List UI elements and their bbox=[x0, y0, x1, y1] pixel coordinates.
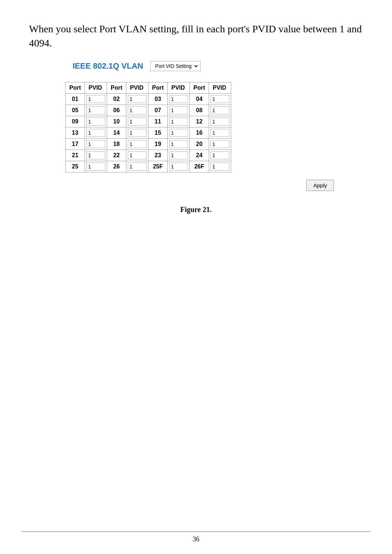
pvid-cell[interactable] bbox=[209, 139, 231, 150]
pvid-input[interactable] bbox=[128, 163, 147, 171]
pvid-input[interactable] bbox=[169, 151, 188, 159]
pvid-cell[interactable] bbox=[209, 94, 231, 105]
pvid-cell[interactable] bbox=[126, 150, 148, 161]
port-label: 24 bbox=[190, 150, 209, 161]
pvid-cell[interactable] bbox=[85, 139, 107, 150]
port-label: 06 bbox=[107, 105, 126, 116]
page-number: 36 bbox=[193, 535, 199, 543]
pvid-input[interactable] bbox=[169, 118, 188, 126]
pvid-cell[interactable] bbox=[85, 161, 107, 172]
pvid-input[interactable] bbox=[169, 129, 188, 137]
pvid-cell[interactable] bbox=[126, 116, 148, 127]
pvid-input[interactable] bbox=[86, 95, 105, 103]
pvid-cell[interactable] bbox=[85, 127, 107, 139]
pvid-cell[interactable] bbox=[126, 127, 148, 139]
port-label: 20 bbox=[190, 139, 209, 150]
port-label: 25 bbox=[66, 161, 85, 172]
table-row: 01020304 bbox=[66, 94, 231, 105]
col-header-port4: Port bbox=[190, 82, 209, 94]
pvid-cell[interactable] bbox=[126, 139, 148, 150]
pvid-input[interactable] bbox=[211, 95, 229, 103]
pvid-cell[interactable] bbox=[126, 105, 148, 116]
pvid-input[interactable] bbox=[86, 140, 105, 148]
table-row: 13141516 bbox=[66, 127, 231, 139]
pvid-input[interactable] bbox=[211, 106, 229, 114]
port-label: 12 bbox=[190, 116, 209, 127]
pvid-cell[interactable] bbox=[209, 105, 231, 116]
pvid-input[interactable] bbox=[211, 163, 229, 171]
pvid-input[interactable] bbox=[128, 129, 147, 137]
pvid-input[interactable] bbox=[86, 129, 105, 137]
port-label: 25F bbox=[148, 161, 168, 172]
pvid-input[interactable] bbox=[169, 140, 188, 148]
port-label: 08 bbox=[190, 105, 209, 116]
col-header-port1: Port bbox=[66, 82, 85, 94]
pvid-cell[interactable] bbox=[168, 150, 190, 161]
pvid-cell[interactable] bbox=[85, 105, 107, 116]
pvid-input[interactable] bbox=[211, 118, 229, 126]
pvid-cell[interactable] bbox=[85, 116, 107, 127]
page: When you select Port VLAN setting, fill … bbox=[0, 0, 392, 554]
pvid-input[interactable] bbox=[211, 129, 229, 137]
pvid-input[interactable] bbox=[211, 151, 229, 159]
table-row: 252625F26F bbox=[66, 161, 231, 172]
col-header-port2: Port bbox=[107, 82, 126, 94]
pvid-cell[interactable] bbox=[168, 105, 190, 116]
vlan-header: IEEE 802.1Q VLAN Port VID Setting 802.1Q… bbox=[73, 61, 363, 71]
pvid-cell[interactable] bbox=[126, 161, 148, 172]
port-label: 26F bbox=[190, 161, 209, 172]
port-label: 13 bbox=[66, 127, 85, 139]
pvid-cell[interactable] bbox=[85, 150, 107, 161]
port-label: 04 bbox=[190, 94, 209, 105]
port-label: 07 bbox=[148, 105, 168, 116]
table-row: 21222324 bbox=[66, 150, 231, 161]
pvid-input[interactable] bbox=[211, 140, 229, 148]
pvid-cell[interactable] bbox=[209, 116, 231, 127]
pvid-cell[interactable] bbox=[85, 94, 107, 105]
pvid-cell[interactable] bbox=[168, 139, 190, 150]
pvid-cell[interactable] bbox=[168, 127, 190, 139]
port-label: 10 bbox=[107, 116, 126, 127]
apply-button[interactable]: Apply bbox=[306, 180, 334, 191]
port-label: 11 bbox=[148, 116, 168, 127]
port-label: 14 bbox=[107, 127, 126, 139]
pvid-input[interactable] bbox=[128, 140, 147, 148]
port-label: 21 bbox=[66, 150, 85, 161]
port-label: 03 bbox=[148, 94, 168, 105]
pvid-table: Port PVID Port PVID Port PVID Port PVID … bbox=[65, 82, 231, 172]
pvid-cell[interactable] bbox=[168, 161, 190, 172]
pvid-input[interactable] bbox=[128, 118, 147, 126]
col-header-port3: Port bbox=[148, 82, 168, 94]
pvid-cell[interactable] bbox=[209, 161, 231, 172]
port-label: 23 bbox=[148, 150, 168, 161]
pvid-input[interactable] bbox=[128, 151, 147, 159]
pvid-input[interactable] bbox=[86, 163, 105, 171]
port-label: 16 bbox=[190, 127, 209, 139]
port-label: 01 bbox=[66, 94, 85, 105]
dropdown-wrapper[interactable]: Port VID Setting 802.1Q VLAN bbox=[150, 61, 201, 71]
port-label: 05 bbox=[66, 105, 85, 116]
footer-divider bbox=[22, 531, 370, 532]
page-footer: 36 bbox=[0, 531, 392, 543]
port-label: 22 bbox=[107, 150, 126, 161]
pvid-cell[interactable] bbox=[209, 127, 231, 139]
pvid-cell[interactable] bbox=[168, 94, 190, 105]
port-label: 15 bbox=[148, 127, 168, 139]
pvid-input[interactable] bbox=[86, 151, 105, 159]
pvid-cell[interactable] bbox=[126, 94, 148, 105]
table-row: 17181920 bbox=[66, 139, 231, 150]
pvid-input[interactable] bbox=[169, 163, 188, 171]
pvid-input[interactable] bbox=[128, 106, 147, 114]
port-vid-dropdown[interactable]: Port VID Setting 802.1Q VLAN bbox=[152, 62, 199, 70]
port-label: 17 bbox=[66, 139, 85, 150]
pvid-input[interactable] bbox=[169, 106, 188, 114]
table-row: 09101112 bbox=[66, 116, 231, 127]
pvid-cell[interactable] bbox=[168, 116, 190, 127]
pvid-input[interactable] bbox=[128, 95, 147, 103]
pvid-input[interactable] bbox=[86, 118, 105, 126]
port-label: 02 bbox=[107, 94, 126, 105]
pvid-cell[interactable] bbox=[209, 150, 231, 161]
pvid-input[interactable] bbox=[86, 106, 105, 114]
ieee-vlan-label: IEEE 802.1Q VLAN bbox=[73, 61, 143, 71]
pvid-input[interactable] bbox=[169, 95, 188, 103]
